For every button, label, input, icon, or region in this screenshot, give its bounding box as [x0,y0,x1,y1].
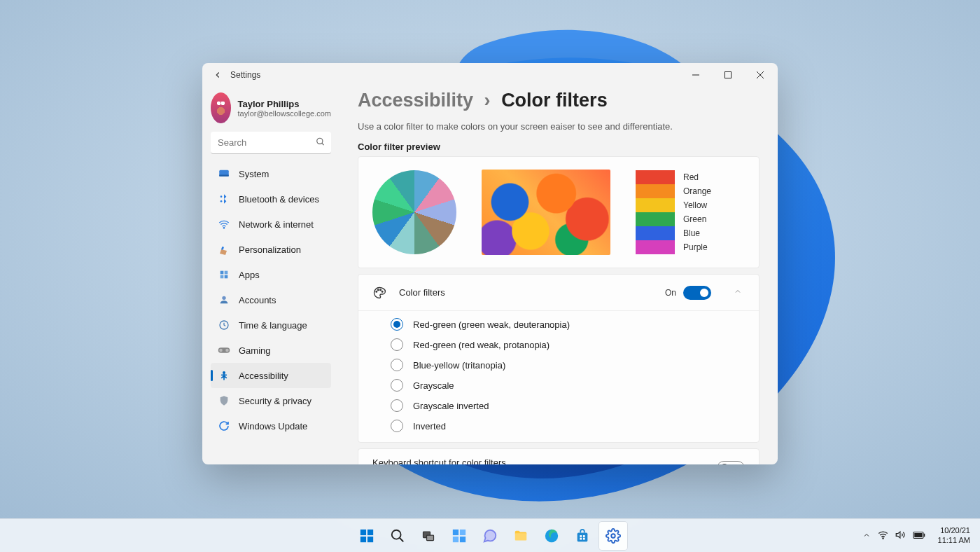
nav-label: Accessibility [239,371,288,381]
file-explorer-icon[interactable] [507,522,535,550]
swatch-label: Purple [683,242,708,252]
svg-point-19 [219,349,223,352]
svg-rect-48 [914,533,922,537]
color-filters-toggle[interactable] [683,286,711,300]
svg-rect-27 [368,529,373,534]
edge-icon[interactable] [538,522,566,550]
svg-line-31 [400,537,404,541]
settings-window: Settings Taylor Phillips taylor@bellowsc… [202,63,778,464]
radio-button[interactable] [391,359,403,371]
chat-icon[interactable] [476,522,504,550]
swatch-row: Green [636,212,711,226]
sidebar-item-personalization[interactable]: Personalization [211,237,331,262]
search [211,132,331,154]
swatch-row: Yellow [636,198,711,212]
svg-rect-43 [580,537,582,539]
nav-icon [218,243,230,256]
sidebar-item-windows-update[interactable]: Windows Update [211,413,331,439]
svg-rect-28 [360,536,366,541]
store-icon[interactable] [568,522,596,550]
radio-button[interactable] [391,379,403,392]
svg-rect-12 [220,271,224,275]
filter-option[interactable]: Grayscale inverted [391,399,745,412]
task-view-icon[interactable] [414,522,442,550]
chevron-up-icon[interactable] [731,284,745,301]
svg-rect-34 [453,529,458,534]
minimize-button[interactable] [680,63,712,87]
radio-label: Inverted [413,421,446,432]
filter-option[interactable]: Red-green (green weak, deuteranopia) [391,318,745,331]
nav-label: Time & language [239,320,307,331]
svg-rect-29 [368,536,373,541]
preview-label: Color filter preview [358,142,760,152]
search-input[interactable] [211,132,331,154]
clock[interactable]: 10/20/21 11:11 AM [934,526,974,544]
wifi-icon[interactable] [878,530,888,541]
profile[interactable]: Taylor Phillips taylor@bellowscollege.co… [211,90,331,130]
sidebar-item-accounts[interactable]: Accounts [211,287,331,312]
taskbar: 10/20/21 11:11 AM [0,518,980,552]
radio-button[interactable] [391,420,403,432]
nav-icon [218,167,230,180]
back-button[interactable] [209,67,226,83]
swatch-row: Purple [636,240,711,254]
taskbar-center [353,522,627,550]
radio-label: Red-green (green weak, deuteranopia) [413,319,570,330]
shortcut-toggle[interactable] [717,461,745,465]
nav-label: Apps [239,270,260,280]
radio-button[interactable] [391,318,403,331]
nav-icon [218,420,230,432]
nav-icon [218,369,230,382]
svg-rect-14 [220,275,224,279]
breadcrumb-parent[interactable]: Accessibility [358,90,473,111]
svg-rect-2 [725,72,732,78]
profile-email: taylor@bellowscollege.com [238,109,331,118]
filter-option[interactable]: Inverted [391,420,745,432]
sidebar-item-time-language[interactable]: Time & language [211,312,331,338]
sidebar-item-security-privacy[interactable]: Security & privacy [211,388,331,413]
page-description: Use a color filter to make colors on you… [358,121,760,132]
sidebar-item-bluetooth-devices[interactable]: Bluetooth & devices [211,186,331,212]
start-button[interactable] [353,522,381,550]
filter-option[interactable]: Blue-yellow (tritanopia) [391,359,745,371]
svg-rect-26 [360,529,366,534]
close-button[interactable] [744,63,776,87]
filter-option[interactable]: Red-green (red weak, protanopia) [391,338,745,351]
svg-point-20 [225,349,229,352]
sidebar-item-network-internet[interactable]: Network & internet [211,212,331,237]
sidebar-item-gaming[interactable]: Gaming [211,338,331,363]
swatch-label: Yellow [683,200,707,210]
filter-option[interactable]: Grayscale [391,379,745,392]
content: Accessibility › Color filters Use a colo… [340,87,778,464]
sidebar-item-accessibility[interactable]: Accessibility [211,363,331,388]
battery-icon[interactable] [913,531,925,541]
svg-rect-49 [923,533,925,537]
svg-rect-38 [515,533,527,540]
breadcrumb-separator: › [484,90,491,111]
palette-icon [372,286,386,300]
breadcrumb-current: Color filters [501,90,608,111]
widgets-icon[interactable] [445,522,473,550]
nav-label: Bluetooth & devices [239,194,319,205]
taskbar-search-icon[interactable] [384,522,412,550]
tray-overflow-icon[interactable] [862,531,871,541]
nav-label: Windows Update [239,421,307,432]
swatch-label: Blue [683,228,700,238]
svg-rect-40 [578,532,588,541]
radio-button[interactable] [391,399,403,412]
search-icon [316,137,326,149]
radio-button[interactable] [391,338,403,351]
sidebar-item-system[interactable]: System [211,161,331,186]
tray-time: 11:11 AM [938,536,970,545]
color-swatch [636,212,675,226]
svg-point-45 [611,534,615,538]
maximize-button[interactable] [712,63,744,87]
sidebar-item-apps[interactable]: Apps [211,262,331,287]
settings-taskbar-icon[interactable] [599,522,627,550]
window-controls [680,63,776,87]
svg-point-9 [220,195,223,198]
preview-photo [482,170,610,255]
svg-rect-41 [580,535,582,537]
radio-label: Red-green (red weak, protanopia) [413,340,550,350]
volume-icon[interactable] [895,530,906,541]
